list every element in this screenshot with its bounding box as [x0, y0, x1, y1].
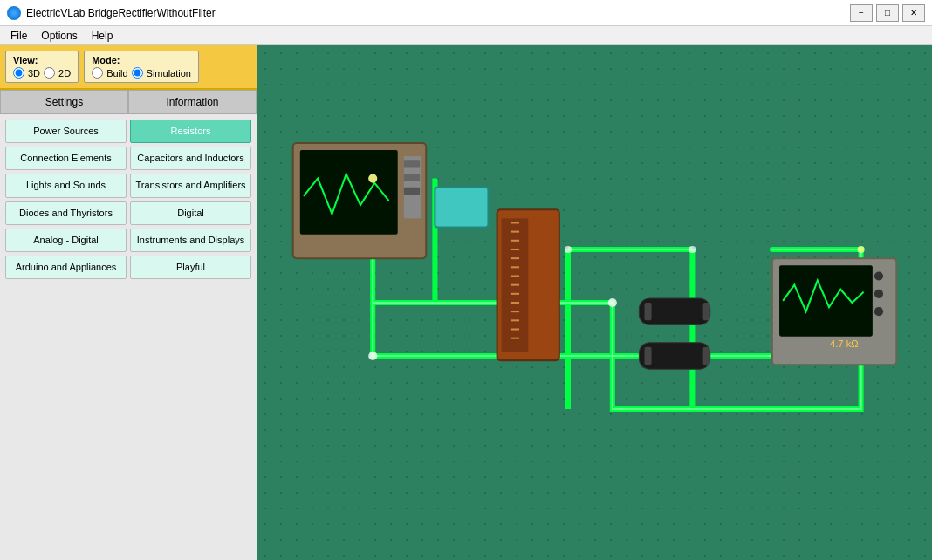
title-bar: ElectricVLab BridgeRectifierWithoutFilte… — [0, 0, 932, 26]
comp-lights-sounds[interactable]: Lights and Sounds — [5, 174, 127, 197]
maximize-button[interactable]: □ — [876, 4, 899, 22]
view-2d-radio[interactable] — [44, 67, 55, 79]
comp-capacitors[interactable]: Capacitors and Inductors — [130, 147, 251, 170]
settings-tab[interactable]: Settings — [0, 90, 128, 114]
comp-diodes[interactable]: Diodes and Thyristors — [5, 201, 127, 225]
menu-help[interactable]: Help — [85, 28, 120, 44]
circuit-svg: 4.7 kΩ — [257, 45, 932, 560]
comp-connection-elements[interactable]: Connection Elements — [5, 147, 127, 170]
view-2d-label: 2D — [58, 68, 71, 79]
svg-rect-9 — [404, 174, 420, 181]
close-button[interactable]: ✕ — [902, 4, 925, 22]
comp-digital[interactable]: Digital — [130, 201, 251, 225]
svg-point-40 — [368, 174, 377, 183]
comp-arduino[interactable]: Arduino and Appliances — [5, 256, 127, 279]
svg-point-36 — [874, 271, 883, 280]
menu-options[interactable]: Options — [34, 28, 84, 44]
mode-sim-label: Simulation — [147, 68, 191, 79]
mode-radio-row: Build Simulation — [92, 67, 191, 79]
comp-playful[interactable]: Playful — [130, 256, 251, 279]
svg-rect-8 — [404, 160, 420, 167]
svg-point-41 — [858, 246, 865, 253]
svg-point-2 — [608, 298, 617, 307]
svg-rect-11 — [435, 188, 488, 228]
mode-sim-radio[interactable] — [132, 67, 143, 79]
view-3d-radio[interactable] — [13, 67, 24, 79]
svg-rect-10 — [404, 188, 420, 195]
comp-transistors[interactable]: Transistors and Amplifiers — [130, 174, 251, 197]
comp-resistors[interactable]: Resistors — [130, 120, 251, 143]
svg-rect-30 — [703, 303, 710, 320]
mode-label: Mode: — [92, 55, 191, 65]
component-grid: Power Sources Resistors Connection Eleme… — [0, 114, 257, 560]
menu-file[interactable]: File — [3, 28, 34, 44]
view-3d-label: 3D — [28, 68, 40, 79]
settings-info-tabs: Settings Information — [0, 90, 257, 114]
svg-point-38 — [874, 307, 883, 316]
comp-power-sources[interactable]: Power Sources — [5, 120, 127, 143]
view-label: View: — [13, 55, 71, 65]
title-controls: − □ ✕ — [850, 4, 925, 22]
comp-row-4: Diodes and Thyristors Digital — [3, 200, 253, 227]
title-left: ElectricVLab BridgeRectifierWithoutFilte… — [7, 6, 216, 20]
svg-rect-29 — [644, 303, 651, 320]
menu-bar: File Options Help — [0, 26, 932, 45]
comp-row-3: Lights and Sounds Transistors and Amplif… — [3, 172, 253, 199]
mode-box: Mode: Build Simulation — [84, 51, 199, 83]
comp-row-5: Analog - Digital Instruments and Display… — [3, 227, 253, 254]
svg-point-0 — [368, 352, 377, 360]
title-text: ElectricVLab BridgeRectifierWithoutFilte… — [26, 7, 216, 19]
mode-build-label: Build — [106, 68, 127, 79]
left-panel: View: 3D 2D Mode: Build Simulation — [0, 45, 257, 560]
minimize-button[interactable]: − — [850, 4, 873, 22]
comp-instruments[interactable]: Instruments and Displays — [130, 229, 251, 252]
mode-build-radio[interactable] — [92, 67, 103, 79]
canvas-3d[interactable]: 4.7 kΩ — [257, 45, 932, 560]
svg-rect-33 — [703, 347, 710, 365]
comp-row-2: Connection Elements Capacitors and Induc… — [3, 145, 253, 172]
comp-row-1: Power Sources Resistors — [3, 118, 253, 145]
svg-rect-32 — [644, 347, 651, 365]
view-mode-bar: View: 3D 2D Mode: Build Simulation — [0, 45, 257, 90]
comp-row-6: Arduino and Appliances Playful — [3, 254, 253, 281]
app-icon — [7, 6, 21, 20]
svg-text:4.7 kΩ: 4.7 kΩ — [830, 338, 859, 349]
information-tab[interactable]: Information — [128, 90, 257, 114]
svg-point-3 — [689, 246, 696, 253]
view-box: View: 3D 2D — [5, 51, 79, 83]
view-radio-row: 3D 2D — [13, 67, 71, 79]
svg-point-4 — [565, 246, 572, 253]
comp-analog-digital[interactable]: Analog - Digital — [5, 229, 127, 252]
svg-point-37 — [874, 290, 883, 298]
main-layout: View: 3D 2D Mode: Build Simulation — [0, 45, 932, 560]
